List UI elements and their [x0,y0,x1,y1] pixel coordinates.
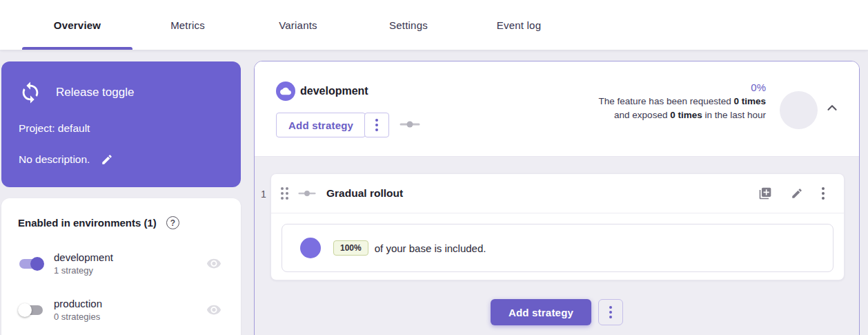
tab-variants[interactable]: Variants [243,0,353,50]
strategy-title: Gradual rollout [326,187,403,200]
add-strategy-button-footer[interactable]: Add strategy [491,299,591,325]
kebab-menu-icon [609,306,612,318]
environment-more-options-button[interactable] [364,113,389,137]
feature-type-card: Release toggle Project: default No descr… [1,61,241,187]
feature-metrics-summary: 0% The feature has been requested 0 time… [599,81,766,122]
tab-event-log[interactable]: Event log [464,0,574,50]
edit-strategy-icon[interactable] [791,187,803,200]
environment-panel-development: development Add strategy 0% The feature … [254,61,860,335]
rollout-percentage-badge: 100% [333,240,368,256]
rollout-donut-chart [300,238,321,258]
active-tab-indicator [22,47,132,50]
eye-icon[interactable] [206,258,221,269]
chevron-up-icon[interactable] [825,100,840,115]
drag-handle-icon[interactable] [281,187,288,200]
tab-metrics[interactable]: Metrics [132,0,243,50]
rollout-strategy-icon [400,121,420,128]
cloud-environment-icon [276,82,295,101]
environment-row-development: development 1 strategy [18,251,224,276]
add-strategy-button-header[interactable]: Add strategy [276,113,366,137]
development-toggle[interactable] [18,256,44,271]
rollout-description: of your base is included. [375,242,486,254]
environment-strategy-count: 1 strategy [54,265,113,276]
metrics-line-1: The feature has been requested 0 times [599,95,766,108]
environment-name: production [54,298,102,309]
production-toggle[interactable] [18,303,44,318]
project-label: Project: default [19,122,224,135]
environment-panel-title: development [300,85,368,97]
copy-strategy-icon[interactable] [758,186,772,200]
feature-type-label: Release toggle [56,86,134,99]
tab-settings[interactable]: Settings [353,0,464,50]
metrics-percentage: 0% [599,81,766,95]
environment-name: development [54,251,113,263]
environment-strategy-count: 0 strategies [54,312,102,322]
metrics-donut-chart [780,91,818,129]
help-icon[interactable]: ? [166,216,179,229]
kebab-menu-icon [375,119,378,131]
strategy-index-label: 1 [261,189,266,200]
strategy-footer-actions: Add strategy [255,299,859,325]
release-toggle-sync-icon [19,81,42,104]
feature-tabbar: Overview Metrics Variants Settings Event… [0,0,868,50]
strategy-card-gradual-rollout: Gradual rollout 100% o [270,173,845,280]
rollout-summary-box: 100% of your base is included. [282,224,834,272]
environment-row-production: production 0 strategies [18,298,224,322]
tab-overview[interactable]: Overview [22,0,132,50]
metrics-line-2: and exposed 0 times in the last hour [599,108,766,122]
environments-card: Enabled in environments (1) ? developmen… [1,198,241,335]
eye-icon[interactable] [206,305,221,316]
description-label: No description. [19,153,90,166]
environments-card-title: Enabled in environments (1) [18,217,157,229]
environment-panel-header: development Add strategy 0% The feature … [255,61,859,157]
strategy-more-options-icon[interactable] [822,187,825,200]
edit-description-icon[interactable] [101,153,113,166]
rollout-strategy-icon [298,190,316,197]
footer-more-options-button[interactable] [598,299,623,325]
